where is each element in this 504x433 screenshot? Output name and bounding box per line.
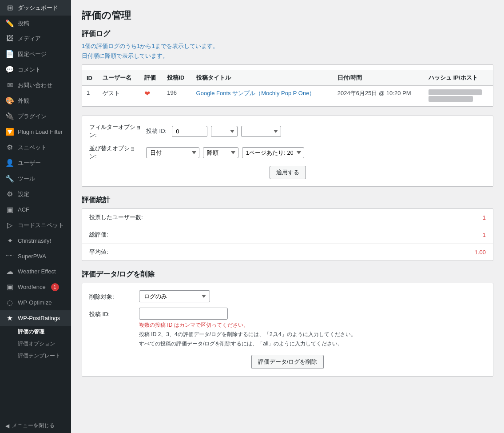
cell-ip (424, 86, 493, 107)
table-row: 1ゲスト❤196Google Fonts サンプル（Mochiy Pop P O… (82, 86, 493, 107)
sidebar-label-users: ユーザー (18, 159, 41, 167)
delete-section-title: 評価データ/ログを削除 (82, 270, 493, 279)
sidebar-item-tools[interactable]: 🔧ツール (0, 171, 71, 186)
sidebar-item-comments[interactable]: 💬コメント (0, 62, 71, 77)
sidebar-label-christmasify: Christmasify! (18, 237, 51, 244)
log-info1: 1個の評価ログのうち1から1までを表示しています。 (82, 42, 493, 50)
filter-post-id-input[interactable] (172, 126, 207, 137)
order-select[interactable]: 昇順 降順 (203, 147, 238, 158)
sidebar-item-code-snippets[interactable]: ▷コードスニペット (0, 217, 71, 233)
pages-icon: 📄 (5, 50, 14, 58)
log-table: IDユーザー名評価投稿ID投稿タイトル日付/時間ハッシュ IP/ホスト 1ゲスト… (82, 70, 493, 106)
sidebar-item-media[interactable]: 🖼メディア (0, 31, 71, 46)
delete-button[interactable]: 評価データ/ログを削除 (251, 355, 324, 369)
plugins-icon: 🔌 (5, 112, 14, 120)
hint2: 投稿 ID 2、3、4の評価データ/ログを削除するには、「2,3,4」のように入… (139, 331, 356, 338)
filter-dropdown2[interactable] (241, 126, 281, 137)
cell-postid: 196 (163, 86, 191, 107)
sidebar-item-dashboard[interactable]: ⊞ダッシュボード (0, 0, 71, 16)
stat-value: 1 (483, 232, 486, 238)
sidebar-label-weather-effect: Weather Effect (18, 268, 56, 275)
comments-icon: 💬 (5, 65, 14, 74)
tools-icon: 🔧 (5, 174, 14, 183)
superpwa-icon: 〰 (5, 252, 14, 260)
sidebar-item-contact[interactable]: ✉お問い合わせ (0, 77, 71, 93)
sort-label: 並び替えオプション: (89, 144, 143, 160)
plugin-load-filter-icon: 🔽 (5, 128, 14, 136)
sidebar-label-media: メディア (18, 35, 41, 43)
sidebar-item-snippets[interactable]: ⚙スニペット (0, 140, 71, 155)
sidebar-item-pages[interactable]: 📄固定ページ (0, 46, 71, 62)
col-header: 投稿タイトル (192, 70, 333, 86)
hint1: 複数の投稿 ID はカンマで区切ってください。 (139, 321, 356, 329)
close-menu-label: メニューを閉じる (12, 422, 55, 429)
delete-postid-label: 投稿 ID: (89, 308, 134, 318)
col-header: ハッシュ IP/ホスト (424, 70, 493, 86)
sidebar-label-comments: コメント (18, 66, 41, 74)
sidebar-item-acf[interactable]: ▣ACF (0, 202, 71, 217)
close-menu-button[interactable]: ◀ メニューを閉じる (0, 418, 71, 433)
wordfence-icon: ▣ (5, 283, 14, 291)
contact-icon: ✉ (5, 81, 14, 89)
sidebar-sub-item-ratings-template[interactable]: 評価テンプレート (0, 350, 71, 362)
sidebar-item-posts[interactable]: ✏️投稿 (0, 16, 71, 31)
sidebar-sub-item-ratings-options[interactable]: 評価オプション (0, 338, 71, 350)
delete-target-select[interactable]: ログのみ データのみ データとログ (139, 290, 210, 302)
sidebar: ⊞ダッシュボード✏️投稿🖼メディア📄固定ページ💬コメント✉お問い合わせ🎨外観🔌プ… (0, 0, 71, 433)
perpage-select[interactable]: 1ページあたり: 20 1ページあたり: 50 1ページあたり: 100 (242, 147, 304, 158)
stats-section-title: 評価統計 (82, 196, 493, 205)
sidebar-item-superpwa[interactable]: 〰SuperPWA (0, 249, 71, 264)
sidebar-label-code-snippets: コードスニペット (18, 221, 64, 229)
sidebar-label-tools: ツール (18, 175, 35, 183)
delete-postid-row: 投稿 ID: 複数の投稿 ID はカンマで区切ってください。 投稿 ID 2、3… (89, 308, 486, 348)
cell-username: ゲスト (98, 86, 140, 107)
code-snippets-icon: ▷ (5, 221, 14, 229)
sidebar-item-appearance[interactable]: 🎨外観 (0, 93, 71, 108)
sidebar-item-christmasify[interactable]: ✦Christmasify! (0, 233, 71, 249)
sidebar-label-posts: 投稿 (18, 20, 29, 28)
stats-card: 投票したユーザー数:1総評価:1平均値:1.00 (82, 208, 493, 261)
close-icon: ◀ (5, 423, 9, 429)
sidebar-item-wp-optimize[interactable]: ◌WP-Optimize (0, 295, 71, 310)
stat-label: 平均値: (89, 248, 475, 256)
cell-rating: ❤ (140, 86, 163, 107)
media-icon: 🖼 (5, 35, 14, 43)
sidebar-label-pages: 固定ページ (18, 50, 47, 58)
cell-datetime: 2024年6月25日 @ 10:20 PM (333, 86, 424, 107)
filter-dropdown1[interactable] (211, 126, 238, 137)
cell-id: 1 (82, 86, 98, 107)
sidebar-label-wp-optimize: WP-Optimize (18, 299, 52, 306)
sidebar-item-settings[interactable]: ⚙設定 (0, 186, 71, 202)
col-header: 投稿ID (163, 70, 191, 86)
sidebar-item-plugins[interactable]: 🔌プラグイン (0, 108, 71, 124)
sidebar-item-plugin-load-filter[interactable]: 🔽Plugin Load Filter (0, 124, 71, 140)
hint3: すべての投稿の評価データ/ログを削除するには、「all」のように入力してください… (139, 340, 356, 348)
snippets-icon: ⚙ (5, 143, 14, 152)
sidebar-label-dashboard: ダッシュボード (18, 4, 58, 12)
sidebar-item-users[interactable]: 👤ユーザー (0, 155, 71, 171)
post-id-filter-label: 投稿 ID: (146, 127, 167, 135)
sidebar-label-wp-postratings: WP-PostRatings (18, 315, 60, 321)
sidebar-sub-item-ratings-manage[interactable]: 評価の管理 (0, 326, 71, 338)
delete-postid-input[interactable] (139, 308, 228, 320)
delete-postid-wrap: 複数の投稿 ID はカンマで区切ってください。 投稿 ID 2、3、4の評価デー… (139, 308, 356, 348)
sidebar-label-superpwa: SuperPWA (18, 253, 46, 260)
appearance-icon: 🎨 (5, 96, 14, 105)
sort-select[interactable]: 日付 投稿ID ユーザー名 評価 (146, 147, 199, 158)
christmasify-icon: ✦ (5, 237, 14, 245)
dashboard-icon: ⊞ (5, 4, 14, 12)
stat-label: 総評価: (89, 231, 483, 239)
wp-optimize-icon: ◌ (5, 298, 14, 307)
wp-postratings-icon: ★ (5, 314, 14, 322)
sidebar-item-wordfence[interactable]: ▣Wordfence1 (0, 279, 71, 295)
settings-icon: ⚙ (5, 190, 14, 198)
sidebar-item-wp-postratings[interactable]: ★WP-PostRatings (0, 310, 71, 326)
sidebar-label-plugins: プラグイン (18, 112, 47, 120)
sidebar-label-snippets: スニペット (18, 144, 47, 152)
sidebar-label-wordfence: Wordfence (18, 284, 46, 290)
page-title: 評価の管理 (82, 9, 493, 22)
stat-label: 投票したユーザー数: (89, 213, 483, 221)
col-header: ユーザー名 (98, 70, 140, 86)
sidebar-item-weather-effect[interactable]: ☁Weather Effect (0, 264, 71, 279)
apply-button[interactable]: 適用する (270, 166, 306, 179)
